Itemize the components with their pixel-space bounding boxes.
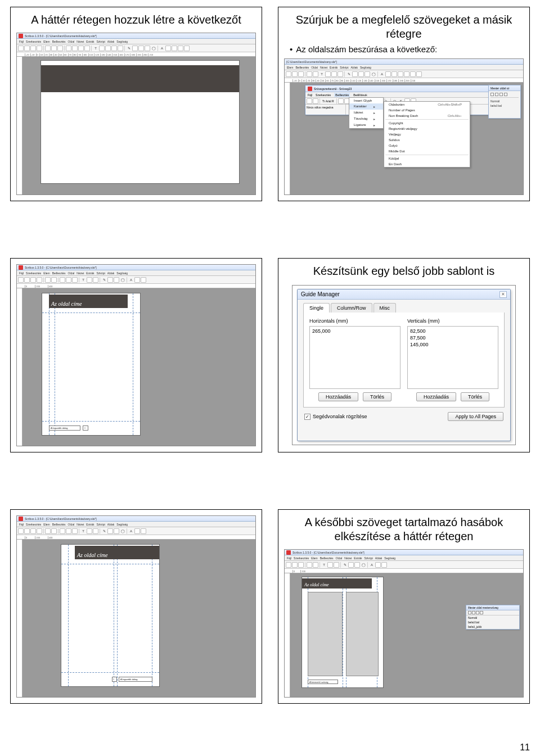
close-icon[interactable]: ✕: [500, 291, 507, 298]
menu-item[interactable]: Beállítások: [353, 93, 367, 97]
menubar[interactable]: Elem Beillesztés Oldal Nézet Extrák Szkr…: [285, 65, 523, 70]
menu-item[interactable]: Elem: [43, 523, 50, 526]
toolbar-button[interactable]: [93, 277, 98, 283]
toolbar-button[interactable]: [364, 71, 370, 77]
pencil-icon[interactable]: ✎: [342, 563, 348, 567]
delete-vertical-button[interactable]: Törlés: [461, 392, 489, 401]
menu-item[interactable]: Beillesztés: [320, 556, 334, 560]
toolbar-button[interactable]: [118, 46, 123, 51]
toolbar[interactable]: T ✎◯ A: [285, 561, 523, 569]
pencil-icon[interactable]: ✎: [101, 278, 107, 282]
toolbar-button[interactable]: [307, 71, 312, 77]
toolbar-button[interactable]: [45, 528, 51, 534]
toolbar-button[interactable]: [45, 277, 51, 283]
toolbar-button[interactable]: [348, 562, 354, 568]
panel-row[interactable]: belső bal: [466, 620, 519, 624]
menu-item[interactable]: Oldal: [311, 66, 318, 69]
master-page-panel[interactable]: Mester oldal sz Normál belső bal: [488, 85, 521, 119]
menu-item[interactable]: Regisztrált védjegy: [384, 126, 470, 132]
menu-item[interactable]: Védjegy: [384, 132, 470, 137]
canvas[interactable]: Az oldal címe # A legszebb dolog: [22, 540, 255, 697]
menubar[interactable]: Fájl Szerkesztés Elem Beillesztés Oldal …: [17, 39, 255, 44]
toolbar-button[interactable]: [325, 71, 331, 77]
glyph-a[interactable]: A: [128, 529, 134, 533]
toolbar-button[interactable]: [410, 71, 416, 77]
pencil-icon[interactable]: ✎: [346, 72, 352, 76]
canvas[interactable]: Az oldal címe A bevezető szöveg Mester o…: [290, 573, 523, 697]
apply-all-pages-button[interactable]: Apply to All Pages: [448, 412, 503, 421]
toolbar-button[interactable]: [375, 562, 381, 568]
toolbar[interactable]: T ✎◯ A: [17, 527, 255, 535]
shape-icon[interactable]: ◯: [361, 563, 366, 567]
toolbar-button[interactable]: [87, 528, 92, 534]
menu-item[interactable]: Beillesztés: [52, 523, 66, 526]
menu-item[interactable]: Nézet: [76, 523, 84, 526]
panel-button[interactable]: [490, 93, 494, 96]
toolbar-button[interactable]: [18, 528, 24, 534]
text-tool-icon[interactable]: T: [80, 278, 86, 282]
dialog-tabs[interactable]: Single Column/Row Misc: [298, 300, 510, 313]
toolbar[interactable]: T ✎◯ A: [285, 70, 523, 78]
verticals-list[interactable]: 82,500 87,500 145,000: [407, 326, 498, 389]
toolbar-button[interactable]: [416, 71, 422, 77]
panel-button[interactable]: [468, 611, 471, 614]
toolbar-button[interactable]: [60, 528, 65, 534]
add-vertical-button[interactable]: Hozzáadás: [416, 392, 456, 401]
toolbar-button[interactable]: [24, 277, 30, 283]
toolbar-button[interactable]: [24, 46, 30, 51]
toolbar-button[interactable]: [334, 562, 339, 568]
text-tool-icon[interactable]: T: [321, 563, 327, 567]
menu-item[interactable]: Fájl: [308, 93, 312, 97]
toolbar-button[interactable]: [51, 277, 57, 283]
menu-item[interactable]: Szkript: [97, 271, 105, 275]
toolbar-button[interactable]: [114, 528, 119, 534]
toolbar-button[interactable]: [78, 46, 84, 51]
toolbar-button[interactable]: [307, 562, 312, 568]
menu-item[interactable]: Elem: [287, 66, 293, 69]
toolbar[interactable]: T ✎ ◯ A: [17, 44, 255, 52]
toolbar-button[interactable]: [72, 528, 78, 534]
menubar[interactable]: Fájl Szerkesztés Elem Beillesztés Oldal …: [285, 555, 523, 561]
menu-item[interactable]: Number of Pages: [384, 107, 470, 113]
menu-item[interactable]: Segítség: [116, 40, 128, 43]
toolbar-button[interactable]: [138, 46, 144, 51]
horizontals-list[interactable]: 265,000: [309, 326, 400, 389]
toolbar-button[interactable]: [338, 71, 343, 77]
toolbar-button[interactable]: [99, 46, 105, 51]
toolbar-button[interactable]: [107, 277, 113, 283]
menu-item[interactable]: Segítség: [360, 66, 371, 69]
toolbar-button[interactable]: [292, 562, 298, 568]
menu-item[interactable]: Nézet: [76, 40, 84, 43]
menu-item[interactable]: Extrák: [330, 66, 338, 69]
glyph-a[interactable]: A: [128, 278, 134, 282]
lock-guides-checkbox[interactable]: ✓ Segédvonalak rögzítése: [304, 414, 367, 420]
menu-item[interactable]: Oldal: [68, 523, 75, 526]
toolbar-button[interactable]: [392, 71, 397, 77]
menu-item[interactable]: Beillesztés: [295, 66, 309, 69]
menu-item[interactable]: Szkript: [364, 556, 373, 560]
toolbar-button[interactable]: [327, 562, 333, 568]
add-horizontal-button[interactable]: Hozzáadás: [318, 392, 358, 401]
menu-item[interactable]: Elem: [311, 556, 317, 560]
menu-item[interactable]: Fájl: [19, 523, 24, 526]
toolbar-button[interactable]: [358, 71, 364, 77]
menu-item[interactable]: Szkript: [97, 523, 105, 526]
panel-row[interactable]: belső bal: [490, 103, 519, 108]
panel-button[interactable]: [504, 93, 507, 96]
menu-item[interactable]: Solidus: [384, 137, 470, 143]
glyph-a[interactable]: A: [369, 563, 375, 567]
toolbar-button[interactable]: [141, 277, 146, 283]
toolbar-button[interactable]: [286, 562, 291, 568]
toolbar-button[interactable]: [404, 71, 410, 77]
list-item[interactable]: 145,000: [409, 341, 497, 348]
toolbar-button[interactable]: [134, 277, 140, 283]
insert-menu[interactable]: Insert Glyph Karakter▸ Idézet▸ Távolság▸…: [349, 97, 384, 129]
toolbar-button[interactable]: [172, 46, 177, 51]
toolbar-button[interactable]: [93, 528, 98, 534]
menu-item[interactable]: Ligature▸: [349, 122, 383, 128]
toolbar-button[interactable]: [72, 46, 78, 51]
menubar[interactable]: Fájl Szerkesztés Elem Beillesztés Oldal …: [17, 270, 255, 276]
toolbar-button[interactable]: [385, 71, 391, 77]
menu-item[interactable]: Szerkesztés: [26, 271, 41, 275]
toolbar-button[interactable]: [30, 46, 36, 51]
